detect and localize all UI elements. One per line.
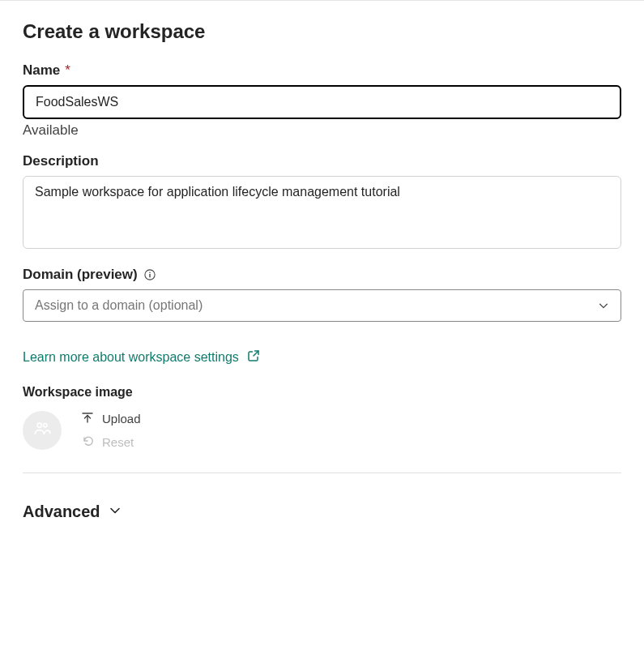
info-icon[interactable] [144, 269, 156, 280]
svg-point-4 [44, 424, 47, 427]
name-label: Name * [23, 62, 621, 79]
description-input[interactable] [23, 176, 621, 249]
required-indicator: * [65, 62, 70, 79]
workspace-image-actions: Upload Reset [81, 411, 141, 450]
name-input[interactable] [23, 85, 621, 119]
domain-select[interactable]: Assign to a domain (optional) [23, 289, 621, 322]
upload-button[interactable]: Upload [81, 411, 141, 426]
domain-label: Domain (preview) [23, 267, 621, 283]
chevron-down-icon [598, 300, 609, 311]
upload-label: Upload [102, 412, 141, 425]
advanced-label: Advanced [23, 502, 100, 521]
svg-rect-2 [149, 274, 150, 277]
description-label: Description [23, 153, 621, 169]
chevron-down-icon [109, 502, 122, 521]
name-availability-status: Available [23, 122, 621, 139]
svg-point-3 [37, 423, 41, 427]
name-field-group: Name * Available [23, 62, 621, 139]
create-workspace-panel: Create a workspace Name * Available Desc… [0, 1, 644, 541]
people-icon [32, 418, 53, 443]
reset-icon [81, 434, 94, 450]
domain-label-text: Domain (preview) [23, 267, 138, 283]
workspace-image-placeholder [23, 411, 62, 450]
svg-point-1 [149, 272, 151, 273]
page-title: Create a workspace [23, 20, 621, 43]
domain-placeholder: Assign to a domain (optional) [35, 298, 203, 313]
domain-field-group: Domain (preview) Assign to a domain (opt… [23, 267, 621, 322]
section-divider [23, 473, 621, 473]
description-field-group: Description [23, 153, 621, 252]
upload-icon [81, 411, 94, 426]
external-link-icon [247, 349, 260, 366]
reset-label: Reset [102, 435, 134, 449]
workspace-image-label: Workspace image [23, 385, 621, 400]
name-label-text: Name [23, 62, 60, 79]
learn-more-link[interactable]: Learn more about workspace settings [23, 349, 260, 366]
advanced-toggle[interactable]: Advanced [23, 502, 122, 521]
reset-button: Reset [81, 434, 141, 450]
workspace-image-section: Upload Reset [23, 411, 621, 450]
learn-more-text: Learn more about workspace settings [23, 350, 239, 365]
